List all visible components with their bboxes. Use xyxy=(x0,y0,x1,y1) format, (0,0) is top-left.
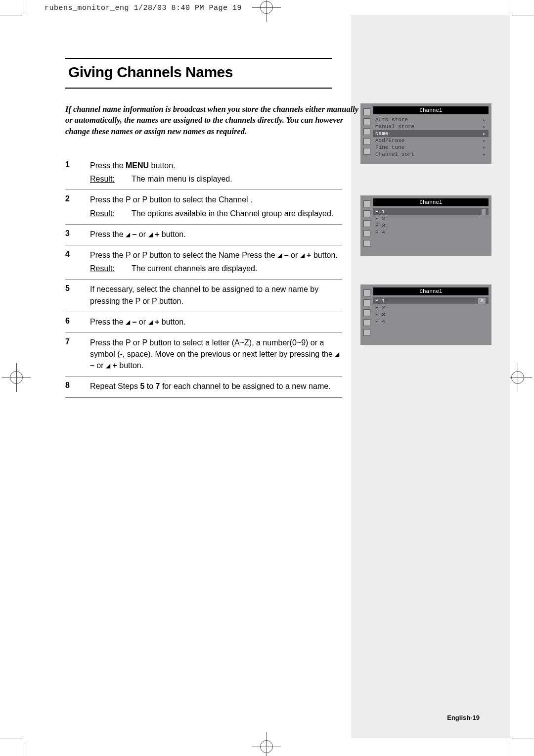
step-body: Press the ◢ – or ◢ + button. xyxy=(90,316,342,328)
step-body: Press the P or P button to select the Ch… xyxy=(90,194,342,219)
step-text: Repeat Steps 5 to 7 for each channel to … xyxy=(90,380,342,392)
chevron-right-icon xyxy=(483,124,486,130)
osd-row-label: Manual store xyxy=(375,124,414,130)
steps-list: 1Press the MENU button.Result:The main m… xyxy=(65,156,342,398)
intro-paragraph: If channel name information is broadcast… xyxy=(65,104,362,137)
osd-header: Channel xyxy=(373,287,489,295)
crop-mark xyxy=(0,15,22,15)
osd-panel: ChannelAuto storeManual storeNameAdd/Era… xyxy=(360,103,491,164)
osd-tab-icon xyxy=(363,299,370,306)
step-number: 4 xyxy=(65,249,90,274)
osd-iconcol xyxy=(363,287,370,339)
osd-row: P 4 xyxy=(373,229,489,236)
crop-mark xyxy=(0,739,22,739)
step-body: Press the ◢ – or ◢ + button. xyxy=(90,229,342,240)
osd-tab-icon xyxy=(363,319,370,326)
chevron-right-icon xyxy=(483,151,486,157)
osd-tab-icon xyxy=(363,200,370,207)
osd-tab-icon xyxy=(363,128,370,135)
crop-mark xyxy=(512,15,534,15)
result-text: The main menu is displayed. xyxy=(132,173,342,185)
crop-mark xyxy=(512,739,534,739)
osd-row-label: Name xyxy=(375,131,388,137)
chevron-right-icon xyxy=(483,144,486,150)
chevron-right-icon xyxy=(483,117,486,123)
osd-row: Name xyxy=(373,130,489,137)
osd-row-label: P 3 xyxy=(375,312,385,318)
osd-row: Fine tune xyxy=(373,144,489,151)
step-text: Press the P or P button to select a lett… xyxy=(90,337,342,372)
step: 3Press the ◢ – or ◢ + button. xyxy=(65,225,342,245)
osd-header: Channel xyxy=(373,106,489,114)
result-label: Result: xyxy=(90,173,132,185)
osd-tab-icon xyxy=(363,210,370,217)
osd-row-label: Channel sort xyxy=(375,151,414,157)
step-body: If necessary, select the channel to be a… xyxy=(90,284,342,306)
step-number: 7 xyxy=(65,337,90,372)
result-label: Result: xyxy=(90,208,132,219)
page-title-box: Giving Channels Names xyxy=(65,58,332,89)
chevron-right-icon xyxy=(483,138,486,143)
osd-row: P 3 xyxy=(373,222,489,229)
osd-row: P 2 xyxy=(373,215,489,222)
step-body: Press the P or P button to select the Na… xyxy=(90,249,342,274)
osd-tab-icon xyxy=(363,148,370,155)
osd-iconcol xyxy=(363,106,370,158)
step: 5If necessary, select the channel to be … xyxy=(65,280,342,312)
step-text: Press the P or P button to select the Ch… xyxy=(90,194,342,205)
step: 4Press the P or P button to select the N… xyxy=(65,245,342,280)
registration-mark-icon xyxy=(257,0,276,17)
registration-mark-icon xyxy=(7,368,26,387)
osd-row-label: P 2 xyxy=(375,216,385,222)
osd-row: P 1 xyxy=(373,208,489,215)
osd-row-value xyxy=(482,209,486,215)
osd-row: P 2 xyxy=(373,304,489,311)
osd-row: Manual store xyxy=(373,123,489,130)
page-footer: English-19 xyxy=(447,714,480,721)
result-text: The options available in the Channel gro… xyxy=(132,208,342,219)
step-number: 1 xyxy=(65,160,90,185)
crop-mark xyxy=(510,743,510,756)
step-text: Press the ◢ – or ◢ + button. xyxy=(90,229,342,240)
chevron-right-icon xyxy=(483,131,486,137)
registration-mark-icon xyxy=(257,737,276,756)
crop-mark xyxy=(24,0,24,13)
step-body: Press the MENU button.Result:The main me… xyxy=(90,160,342,185)
step-text: Press the ◢ – or ◢ + button. xyxy=(90,316,342,328)
osd-tab-icon xyxy=(363,240,370,247)
osd-tab-icon xyxy=(363,138,370,145)
step-body: Press the P or P button to select a lett… xyxy=(90,337,342,372)
step-text: Press the P or P button to select the Na… xyxy=(90,249,342,261)
osd-tab-icon xyxy=(363,309,370,316)
osd-row-label: P 4 xyxy=(375,230,385,236)
osd-row-label: P 4 xyxy=(375,319,385,325)
crop-mark xyxy=(24,743,24,756)
step-number: 6 xyxy=(65,316,90,328)
crop-mark xyxy=(510,0,510,13)
osd-row-label: P 2 xyxy=(375,305,385,311)
print-header: rubens_monitor_eng 1/28/03 8:40 PM Page … xyxy=(44,4,242,12)
osd-row-label: P 1 xyxy=(375,298,385,304)
step: 1Press the MENU button.Result:The main m… xyxy=(65,156,342,190)
osd-tab-icon xyxy=(363,118,370,125)
step: 2Press the P or P button to select the C… xyxy=(65,190,342,224)
osd-row: P 4 xyxy=(373,318,489,325)
step: 8Repeat Steps 5 to 7 for each channel to… xyxy=(65,377,342,397)
osd-row-label: P 1 xyxy=(375,209,385,215)
step-text: Press the MENU button. xyxy=(90,160,342,171)
osd-row: P 1A xyxy=(373,297,489,304)
result-text: The current channels are displayed. xyxy=(132,263,342,274)
osd-row: Add/Erase xyxy=(373,137,489,144)
osd-tab-icon xyxy=(363,108,370,115)
osd-header: Channel xyxy=(373,198,489,206)
osd-iconcol xyxy=(363,198,370,250)
step: 6Press the ◢ – or ◢ + button. xyxy=(65,312,342,333)
registration-mark-icon xyxy=(508,368,527,387)
osd-tab-icon xyxy=(363,220,370,227)
osd-row-label: Fine tune xyxy=(375,144,404,150)
step-text: If necessary, select the channel to be a… xyxy=(90,284,342,306)
osd-row-label: Add/Erase xyxy=(375,138,404,143)
osd-row-value: A xyxy=(478,298,486,304)
step-number: 3 xyxy=(65,229,90,240)
osd-tab-icon xyxy=(363,329,370,336)
